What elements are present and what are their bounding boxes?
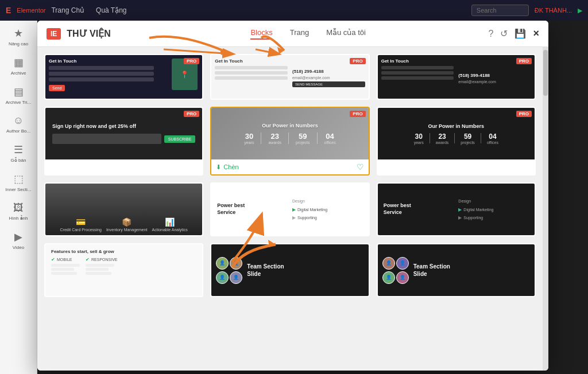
- star-icon: ★: [14, 27, 23, 40]
- card-team-dark-2[interactable]: 👤 👤 👤 👤 Team SectionSlide: [377, 243, 536, 297]
- card-get-in-touch-light-1[interactable]: Get In Touch (518) 299-4188 email@exampl…: [210, 54, 369, 100]
- pro-badge-5: PRO: [350, 111, 365, 117]
- search-input[interactable]: [471, 5, 529, 16]
- sidebar-item-image[interactable]: 🖼 Hình ảnh: [3, 198, 34, 224]
- card-get-in-touch-dark-2[interactable]: PRO Get In Touch (518) 399-4188 email@ex…: [377, 54, 536, 100]
- side-panel: ★ Nâng cao ▦ Archive ▤ Archive Tri... ☺ …: [0, 21, 37, 374]
- card-inner-section[interactable]: 💳 Credit Card Processing 📦 Inventory Man…: [44, 182, 203, 236]
- card-grid-area[interactable]: PRO Get In Touch Send 📍: [37, 47, 543, 371]
- pro-badge-6: PRO: [516, 111, 532, 117]
- top-nav: Trang Chủ Quà Tặng: [51, 6, 126, 14]
- sidebar-item-archive-tri[interactable]: ▤ Archive Tri...: [3, 82, 34, 108]
- refresh-icon[interactable]: ↺: [500, 28, 508, 39]
- app-logo: E: [6, 6, 11, 15]
- library-modal: IE THƯ VIỆN Blocks Trang Mẫu của tôi ? ↺…: [37, 21, 548, 371]
- sidebar-item-inner[interactable]: ⬚ Inner Secti...: [3, 169, 34, 196]
- grid-icon: ▦: [14, 56, 24, 69]
- card-signup[interactable]: PRO Sign Up right now and get 25% off SU…: [44, 107, 203, 176]
- card-features[interactable]: Features to start, sell & grow ✔ MOBILE: [44, 243, 203, 297]
- card-footer-power: ⬇ Chèn ♡: [211, 159, 368, 174]
- tab-trang[interactable]: Trang: [290, 28, 309, 40]
- nav-home[interactable]: Trang Chủ: [51, 6, 84, 14]
- modal-body: PRO Get In Touch Send 📍: [37, 47, 548, 371]
- card-team-dark[interactable]: 👤 👤 👤 👤 Team SectionSlide: [210, 243, 369, 297]
- insert-button[interactable]: ⬇ Chèn: [216, 163, 238, 171]
- download-icon: ⬇: [216, 163, 221, 171]
- card-power-numbers-dark[interactable]: PRO Our Power in Numbers 30 years 23 awa: [377, 107, 536, 176]
- app-name: Elementor: [17, 7, 45, 14]
- modal-title: THƯ VIỆN: [67, 28, 110, 39]
- card-services-dark[interactable]: Power bestService Design ▶ Digital Marke…: [377, 182, 536, 236]
- top-bar: E Elementor Trang Chủ Quà Tặng ĐK THÀNH.…: [0, 0, 588, 21]
- list-icon: ▤: [14, 85, 24, 98]
- nav-gift[interactable]: Quà Tặng: [96, 6, 126, 14]
- card-services-light[interactable]: Power bestService Design ▶ Digital Marke…: [210, 182, 369, 236]
- card-power-numbers-gray[interactable]: PRO Our Power in Numbers 30 years 23 awa: [210, 107, 369, 176]
- help-icon[interactable]: ?: [489, 29, 494, 39]
- tab-blocks[interactable]: Blocks: [250, 28, 272, 40]
- modal-tabs: Blocks Trang Mẫu của tôi: [128, 28, 489, 40]
- scrollbar[interactable]: [543, 47, 548, 371]
- sidebar-item-video[interactable]: ▶ Video: [3, 227, 34, 254]
- sidebar-item-goban[interactable]: ☰ Gỗ bán: [3, 140, 34, 166]
- menu-icon: ☰: [14, 143, 23, 156]
- close-button[interactable]: ×: [533, 28, 539, 40]
- modal-header-icons: ? ↺ 💾 ×: [489, 28, 539, 40]
- section-icon: ⬚: [14, 173, 24, 185]
- sidebar-item-archive[interactable]: ▦ Archive: [3, 53, 34, 79]
- card-grid: PRO Get In Touch Send 📍: [44, 54, 536, 297]
- video-icon: ▶: [14, 231, 22, 243]
- status-label: ▶: [578, 7, 582, 14]
- pro-badge-4: PRO: [184, 111, 199, 117]
- image-icon: 🖼: [13, 202, 24, 214]
- tab-maucuatoi[interactable]: Mẫu của tôi: [326, 28, 366, 40]
- person-icon: ☺: [13, 115, 24, 127]
- card-get-in-touch-dark-1[interactable]: PRO Get In Touch Send 📍: [44, 54, 203, 100]
- pro-badge-3: PRO: [516, 58, 532, 64]
- upgrade-btn[interactable]: ĐK THÀNH...: [535, 7, 572, 14]
- pro-badge: PRO: [184, 58, 199, 64]
- pro-badge-2: PRO: [350, 58, 365, 64]
- sidebar-item-nangcao[interactable]: ★ Nâng cao: [3, 24, 34, 50]
- top-bar-right: ĐK THÀNH... ▶: [471, 5, 582, 16]
- sidebar-item-author[interactable]: ☺ Author Bo...: [3, 111, 34, 137]
- save-icon[interactable]: 💾: [514, 28, 526, 39]
- modal-logo: IE: [47, 28, 61, 40]
- scrollbar-thumb[interactable]: [543, 50, 548, 96]
- favorite-icon[interactable]: ♡: [357, 162, 364, 172]
- modal-header: IE THƯ VIỆN Blocks Trang Mẫu của tôi ? ↺…: [37, 21, 548, 47]
